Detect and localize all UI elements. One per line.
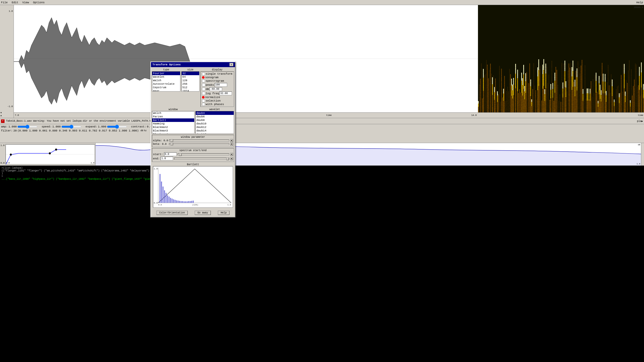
svg-rect-25: [188, 201, 189, 203]
type-listbox[interactable]: Fourier Wavelet Walsh Autocorrelate Ceps…: [152, 71, 180, 92]
window-parzen[interactable]: Parzen: [152, 115, 194, 118]
size-128[interactable]: 128: [182, 79, 199, 82]
right-scrollbar[interactable]: [641, 143, 644, 165]
envelope-display[interactable]: 0.0 1.0: [6, 144, 95, 164]
wavelet-daub16[interactable]: daub16: [196, 132, 234, 134]
waveform-main[interactable]: [14, 5, 478, 112]
spectrum-label: spectrum start/end: [153, 149, 233, 152]
window-listbox[interactable]: Welch Parzen Bartlett Hamming Blackman2 …: [152, 111, 194, 134]
track-close-btn[interactable]: ×: [1, 119, 5, 123]
svg-rect-23: [185, 201, 186, 203]
svg-rect-19: [179, 201, 180, 203]
menu-view[interactable]: View: [22, 1, 29, 4]
window-hamming[interactable]: Hamming: [152, 122, 194, 125]
window-bartlett[interactable]: Bartlett: [152, 118, 194, 122]
db-value[interactable]: -60.00: [210, 87, 222, 91]
go-away-btn[interactable]: Go away: [195, 211, 211, 215]
type-cepstrum[interactable]: Cepstrum: [152, 86, 180, 89]
end-value[interactable]: [160, 157, 173, 160]
beta-up-btn[interactable]: ▲: [230, 143, 233, 146]
beta-slider-track[interactable]: [169, 143, 229, 145]
size-64[interactable]: 64: [182, 75, 199, 79]
beta-slider-thumb[interactable]: [171, 143, 173, 145]
type-autocorrelate[interactable]: Autocorrelate: [152, 82, 180, 86]
env-y-mid: 0.0: [1, 162, 5, 164]
start-value[interactable]: [164, 152, 177, 156]
size-512[interactable]: 512: [182, 86, 199, 89]
size-256[interactable]: 256: [182, 82, 199, 86]
expand-value: 1.000: [98, 125, 106, 128]
dialog-close-btn[interactable]: ×: [229, 63, 233, 66]
envelope-y-axis: 1.0 0.0: [1, 144, 5, 164]
window-blackman4[interactable]: Blackman4: [152, 132, 194, 134]
menu-options[interactable]: Options: [33, 1, 45, 4]
with-phases-cb[interactable]: [202, 103, 205, 106]
env-point-2[interactable]: [49, 152, 51, 154]
wavelet-daub12[interactable]: daub12: [196, 125, 234, 129]
help-btn[interactable]: Help: [218, 211, 229, 215]
expand-slider[interactable]: [107, 125, 127, 129]
menu-file[interactable]: File: [1, 1, 8, 4]
alpha-slider-track[interactable]: [169, 140, 229, 142]
controls-area: amp: 1.000 speed: 1.000 expand: 1.000 co…: [0, 124, 644, 143]
end-up-btn[interactable]: ▲: [230, 157, 233, 160]
wavelet-daub10[interactable]: daub10: [196, 122, 234, 125]
speed-control: speed: 1.000: [42, 125, 82, 129]
menu-edit[interactable]: Edit: [12, 1, 18, 4]
timeline: 7.0 time 14.0 time: [14, 112, 644, 118]
size-listbox[interactable]: 32 64 128 256 512 1024 2048 4096 8192: [181, 71, 199, 92]
wavelet-daub8[interactable]: daub8: [196, 118, 234, 122]
log-freq-cb[interactable]: [202, 92, 205, 95]
size-1024[interactable]: 1024: [182, 89, 199, 92]
selection-cb[interactable]: [202, 99, 205, 102]
window-blackman3[interactable]: Blackman3: [152, 129, 194, 132]
with-phases-row: with phases: [201, 103, 233, 106]
log-freq-value[interactable]: 32.00: [219, 92, 232, 95]
track-play-btn[interactable]: pla▶: [637, 120, 643, 123]
start-slider[interactable]: [178, 153, 229, 155]
amp-slider[interactable]: [17, 125, 37, 129]
peaks-value[interactable]: 100: [215, 83, 227, 87]
svg-text:1.0: 1.0: [227, 204, 231, 206]
env-y-max: 1.0: [1, 144, 5, 147]
env-point-3[interactable]: [55, 149, 57, 151]
with-phases-label: with phases: [206, 103, 224, 106]
menu-help[interactable]: Help: [636, 1, 643, 4]
timeline-end: 14.0: [471, 114, 477, 117]
type-haar[interactable]: Haar: [152, 89, 180, 92]
speed-slider[interactable]: [61, 125, 82, 129]
filter-control: filter: 20 (0.000 1.000 0.061 0.880 0.34…: [1, 129, 643, 132]
type-walsh[interactable]: Walsh: [152, 79, 180, 82]
color-orientation-btn[interactable]: Color/Orientation: [156, 211, 188, 215]
wavelet-daub14[interactable]: daub14: [196, 129, 234, 132]
envelope-controls: 1.0 0.0 0.0 1.0: [1, 144, 95, 165]
end-slider-thumb[interactable]: [226, 158, 229, 160]
type-wavelet[interactable]: Wavelet: [152, 75, 180, 79]
window-blackman2[interactable]: Blackman2: [152, 125, 194, 129]
spectrogram-cb[interactable]: [202, 79, 205, 82]
svg-rect-18: [178, 201, 179, 203]
start-up-btn[interactable]: ▲: [230, 153, 233, 156]
svg-rect-9: [164, 190, 165, 203]
sonogram-indicator: [202, 76, 205, 79]
display-panel: display single transform sonogram: [200, 68, 234, 107]
window-welch[interactable]: Welch: [152, 111, 194, 115]
peaks-cb[interactable]: [202, 83, 205, 86]
sonogram-label: sonogram: [205, 76, 219, 79]
start-slider-thumb[interactable]: [179, 153, 182, 156]
wavelet-listbox[interactable]: daub4 daub6 daub8 daub10 daub12 daub14 d…: [195, 111, 234, 134]
single-transform-cb[interactable]: [202, 72, 205, 75]
size-32[interactable]: 32: [182, 72, 199, 75]
alpha-slider-thumb[interactable]: [171, 139, 173, 142]
type-fourier[interactable]: Fourier: [152, 72, 180, 75]
svg-rect-21: [182, 201, 183, 203]
wavelet-daub4[interactable]: daub4: [196, 111, 234, 115]
window-row: window Welch Parzen Bartlett Hamming Bla…: [152, 108, 234, 134]
wavelet-daub6[interactable]: daub6: [196, 115, 234, 118]
db-cb[interactable]: [202, 87, 205, 91]
env-point-1[interactable]: [10, 154, 12, 156]
single-transform-row: single transform: [201, 72, 233, 76]
console-area[interactable]: >(list-ladspa) (("flanger_1191" "flanger…: [0, 166, 644, 362]
alpha-up-btn[interactable]: ▲: [230, 139, 233, 142]
end-slider[interactable]: [174, 158, 229, 160]
